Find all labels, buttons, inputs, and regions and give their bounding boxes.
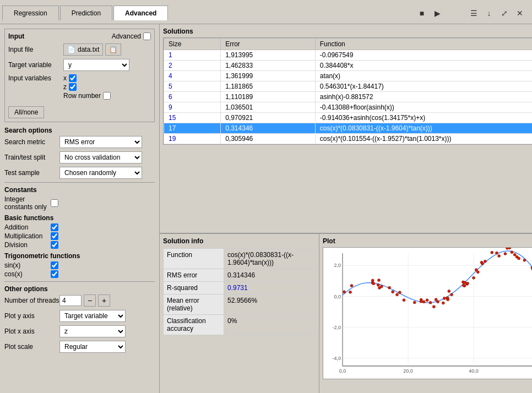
plot-y-select[interactable]: Target variable	[59, 310, 126, 322]
plot-y-label: Plot y axis	[4, 312, 59, 320]
info-row: Function cos(x)*(0.0830831-((x-1.9604)*t…	[164, 249, 316, 269]
integer-constants-checkbox[interactable]	[51, 199, 58, 207]
menu-icon[interactable]: ☰	[468, 8, 479, 19]
plot-scale-label: Plot scale	[4, 343, 59, 351]
cell-error: 0,314346	[221, 123, 316, 134]
spin-minus[interactable]: −	[84, 294, 96, 307]
cell-size: 19	[164, 134, 221, 144]
solutions-title: Solutions	[163, 28, 193, 35]
download-icon[interactable]: ↓	[484, 8, 495, 19]
solution-info-title: Solution info	[163, 237, 316, 245]
cell-error: 1,462833	[221, 61, 316, 71]
tab-prediction[interactable]: Prediction	[60, 6, 112, 20]
basic-functions-section: Basic functions Addition Multiplication …	[4, 214, 155, 249]
cell-function: atan(x)	[315, 71, 532, 81]
plot-x-row: Plot x axis z	[4, 325, 155, 337]
trig-functions-section: Trigonometric functions sin(x) cos(x)	[4, 252, 155, 278]
table-row[interactable]: 17 0,314346 cos(x)*(0.0830831-((x-1.9604…	[164, 123, 533, 134]
tab-regression[interactable]: Regression	[2, 6, 59, 20]
sinx-checkbox[interactable]	[51, 261, 58, 269]
info-table: Function cos(x)*(0.0830831-((x-1.9604)*t…	[163, 248, 316, 335]
test-sample-label: Test sample	[4, 169, 59, 177]
var-label-rownumber: Row number	[63, 92, 101, 100]
var-checkbox-rownumber[interactable]	[103, 92, 111, 100]
plot-area	[323, 247, 532, 379]
cell-size: 17	[164, 123, 221, 134]
search-options-title: Search options	[4, 127, 155, 134]
division-checkbox[interactable]	[51, 241, 58, 249]
bottom-panels: Solution info Function cos(x)*(0.0830831…	[160, 233, 532, 393]
table-row[interactable]: 19 0,305946 cos(x)*(0.101554-((x-1.9527)…	[164, 134, 533, 144]
trig-functions-title: Trigonometric functions	[4, 252, 155, 260]
table-row[interactable]: 2 1,462833 0.384408*x	[164, 61, 533, 71]
var-checkbox-z[interactable]	[69, 83, 77, 91]
multiplication-checkbox[interactable]	[51, 232, 58, 240]
plot-scale-select[interactable]: Regular	[59, 341, 126, 353]
info-label: RMS error	[164, 269, 224, 282]
search-metric-select[interactable]: RMS error	[59, 136, 142, 148]
var-checkbox-x[interactable]	[69, 74, 77, 82]
table-row[interactable]: 1 1,913995 -0.0967549	[164, 50, 533, 61]
constants-title: Constants	[4, 186, 155, 194]
train-test-select[interactable]: No cross validation	[59, 151, 142, 163]
tab-advanced[interactable]: Advanced	[113, 6, 168, 20]
cosx-label: cos(x)	[4, 270, 48, 278]
cell-error: 1,913995	[221, 50, 316, 61]
division-row: Division	[4, 241, 155, 249]
search-metric-row: Search metric RMS error	[4, 136, 155, 148]
target-variable-row: Target variable y	[8, 59, 151, 71]
copy-file-button[interactable]: 📋	[105, 43, 121, 56]
solutions-table-container: Size Error Function 1 1,913995 -0.096754…	[163, 37, 532, 145]
close-icon[interactable]: ✕	[514, 8, 525, 19]
col-function: Function	[315, 39, 532, 50]
col-size: Size	[164, 39, 221, 50]
play-icon[interactable]: ▶	[432, 8, 443, 19]
info-row: R-squared 0.9731	[164, 282, 316, 294]
solutions-panel: Solutions Show cross validation error Si…	[160, 24, 532, 233]
var-label-x: x	[63, 74, 67, 82]
test-sample-select[interactable]: Chosen randomly	[59, 167, 142, 179]
stop-icon[interactable]: ■	[416, 8, 427, 19]
advanced-checkbox[interactable]	[143, 32, 151, 40]
cell-size: 1	[164, 50, 221, 61]
integer-constants-label: Integer constants only	[4, 195, 48, 211]
input-variables-row: Input variables x z Row number	[8, 74, 151, 101]
info-row: Classification accuracy 0%	[164, 315, 316, 335]
threads-input[interactable]	[59, 295, 82, 306]
solution-info-panel: Solution info Function cos(x)*(0.0830831…	[160, 234, 319, 393]
table-row[interactable]: 15 0,970921 -0.914036+asinh(cos(1.34175*…	[164, 113, 533, 123]
search-metric-label: Search metric	[4, 138, 59, 146]
info-label: Mean error (relative)	[164, 294, 224, 315]
cosx-checkbox[interactable]	[51, 270, 58, 278]
addition-checkbox[interactable]	[51, 223, 58, 231]
cell-size: 15	[164, 113, 221, 123]
file-input-row: 📄 data.txt 📋	[63, 43, 121, 56]
cell-size: 6	[164, 92, 221, 102]
var-row-rownumber: Row number	[63, 92, 111, 100]
plot-x-select[interactable]: z	[59, 325, 126, 337]
threads-row: Number of threads − +	[4, 294, 155, 307]
cell-error: 1,181865	[221, 81, 316, 92]
addition-row: Addition	[4, 223, 155, 231]
input-variables-label: Input variables	[8, 74, 63, 82]
table-row[interactable]: 9 1,036501 -0.413088+floor(asinh(x))	[164, 102, 533, 113]
test-sample-row: Test sample Chosen randomly	[4, 167, 155, 179]
target-variable-label: Target variable	[8, 61, 63, 69]
table-row[interactable]: 5 1,181865 0.546301*(x-1.84417)	[164, 81, 533, 92]
expand-icon[interactable]: ⤢	[499, 8, 510, 19]
spin-plus[interactable]: +	[98, 294, 110, 307]
variables-box: x z Row number	[63, 74, 111, 101]
cell-error: 1,036501	[221, 102, 316, 113]
file-label[interactable]: 📄 data.txt	[63, 43, 103, 56]
table-row[interactable]: 6 1,110189 asinh(x)-0.881572	[164, 92, 533, 102]
cell-size: 4	[164, 71, 221, 81]
divider-1	[4, 182, 155, 183]
plot-scale-row: Plot scale Regular	[4, 341, 155, 353]
allnone-button[interactable]: All/none	[8, 106, 44, 118]
cell-size: 9	[164, 102, 221, 113]
target-variable-select[interactable]: y	[63, 59, 129, 71]
info-label: Classification accuracy	[164, 315, 224, 335]
cell-error: 1,110189	[221, 92, 316, 102]
plot-x-label: Plot x axis	[4, 328, 59, 335]
table-row[interactable]: 4 1,361999 atan(x)	[164, 71, 533, 81]
